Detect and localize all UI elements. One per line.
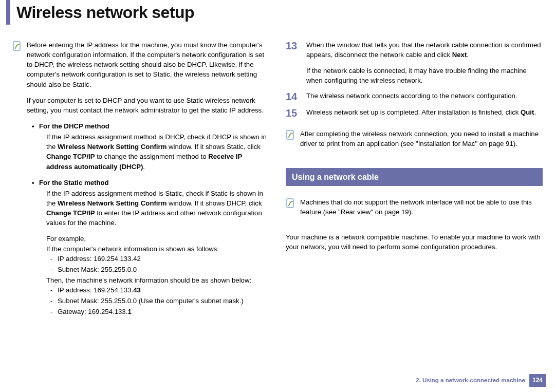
footer-page-number: 124 bbox=[529, 374, 546, 387]
note-paragraph: Before entering the IP address for the m… bbox=[27, 40, 269, 89]
example-lead: For example, bbox=[46, 234, 269, 244]
note-block: After completing the wireless network co… bbox=[286, 129, 543, 155]
computer-info-list: IP address: 169.254.133.42 Subnet Mask: … bbox=[46, 254, 269, 274]
note-block: Before entering the IP address for the m… bbox=[12, 40, 269, 322]
example-computer-lead: If the computer's network information is… bbox=[46, 244, 269, 254]
bold-text: Wireless Network Setting Confirm bbox=[58, 199, 166, 207]
step-body: The wireless network connects according … bbox=[306, 91, 543, 101]
text: window. If it shows DHCP, click bbox=[166, 199, 262, 207]
note-paragraph: Machines that do not support the network… bbox=[300, 197, 543, 217]
step-body: Wireless network set up is completed. Af… bbox=[306, 107, 543, 117]
bold-text: 43 bbox=[133, 286, 141, 294]
right-column: 13 When the window that tells you that t… bbox=[286, 40, 543, 328]
note-paragraph: After completing the wireless network co… bbox=[300, 129, 543, 148]
bold-text: Change TCP/IP bbox=[46, 209, 95, 217]
note-body: Machines that do not support the network… bbox=[300, 197, 543, 223]
content-columns: Before entering the IP address for the m… bbox=[0, 40, 555, 328]
text: Gateway: 169.254.133. bbox=[58, 308, 127, 315]
step-body: When the window that tells you that the … bbox=[306, 40, 543, 86]
list-item: Subnet Mask: 255.255.0.0 (Use the comput… bbox=[58, 296, 269, 306]
text: . bbox=[467, 51, 469, 59]
bold-text: 1 bbox=[127, 308, 131, 315]
title-accent bbox=[6, 0, 10, 25]
example-machine-lead: Then, the machine's network information … bbox=[46, 275, 269, 285]
list-item: Subnet Mask: 255.255.0.0 bbox=[58, 265, 269, 274]
static-method-block: For the Static method If the IP address … bbox=[27, 178, 269, 317]
bold-text: Next bbox=[452, 51, 467, 59]
bold-text: Quit bbox=[521, 108, 534, 116]
step-paragraph: When the window that tells you that the … bbox=[306, 40, 543, 60]
machine-info-list: IP address: 169.254.133.43 Subnet Mask: … bbox=[46, 285, 269, 316]
note-paragraph: If your computer is set to DHCP and you … bbox=[27, 96, 269, 115]
note-block: Machines that do not support the network… bbox=[286, 197, 543, 223]
note-body: After completing the wireless network co… bbox=[300, 129, 543, 155]
static-body: If the IP address assignment method is S… bbox=[39, 189, 269, 317]
page-title: Wireless network setup bbox=[16, 1, 194, 24]
left-column: Before entering the IP address for the m… bbox=[12, 40, 269, 328]
dhcp-method-block: For the DHCP method If the IP address as… bbox=[27, 121, 269, 172]
bold-text: Change TCP/IP bbox=[46, 153, 95, 160]
step-number: 15 bbox=[286, 107, 301, 119]
list-item: IP address: 169.254.133.43 bbox=[58, 285, 269, 295]
bold-text: Wireless Network Setting Confirm bbox=[58, 143, 166, 151]
dhcp-body: If the IP address assignment method is D… bbox=[39, 132, 269, 172]
text: When the window that tells you that the … bbox=[306, 41, 541, 59]
footer-chapter: 2. Using a network-connected machine bbox=[416, 376, 525, 385]
step-paragraph: Wireless network set up is completed. Af… bbox=[306, 107, 543, 117]
text: IP address: 169.254.133. bbox=[58, 286, 133, 294]
cable-body-paragraph: Your machine is a network compatible mac… bbox=[286, 232, 543, 252]
list-item: IP address: 169.254.133.42 bbox=[58, 254, 269, 264]
step-paragraph: The wireless network connects according … bbox=[306, 91, 543, 101]
note-icon bbox=[286, 198, 295, 209]
text: to change the assignment method to bbox=[95, 153, 209, 160]
dhcp-heading: For the DHCP method bbox=[39, 121, 269, 131]
text: . bbox=[534, 108, 536, 116]
step-paragraph: If the network cable is connected, it ma… bbox=[306, 66, 543, 85]
page-footer: 2. Using a network-connected machine 124 bbox=[416, 374, 546, 387]
step-number: 13 bbox=[286, 40, 301, 51]
note-body: Before entering the IP address for the m… bbox=[27, 40, 269, 322]
section-heading-cable: Using a network cable bbox=[286, 168, 543, 186]
text: . bbox=[143, 163, 145, 171]
step-13: 13 When the window that tells you that t… bbox=[286, 40, 543, 86]
step-number: 14 bbox=[286, 91, 301, 102]
text: window. If it shows Static, click bbox=[166, 143, 261, 151]
list-item: Gateway: 169.254.133.1 bbox=[58, 307, 269, 316]
static-body-text: If the IP address assignment method is S… bbox=[46, 189, 269, 228]
step-15: 15 Wireless network set up is completed.… bbox=[286, 107, 543, 119]
note-icon bbox=[12, 41, 22, 51]
note-icon bbox=[286, 130, 295, 140]
step-14: 14 The wireless network connects accordi… bbox=[286, 91, 543, 102]
static-heading: For the Static method bbox=[39, 178, 269, 188]
page-title-bar: Wireless network setup bbox=[0, 0, 555, 25]
text: Wireless network set up is completed. Af… bbox=[306, 108, 521, 116]
